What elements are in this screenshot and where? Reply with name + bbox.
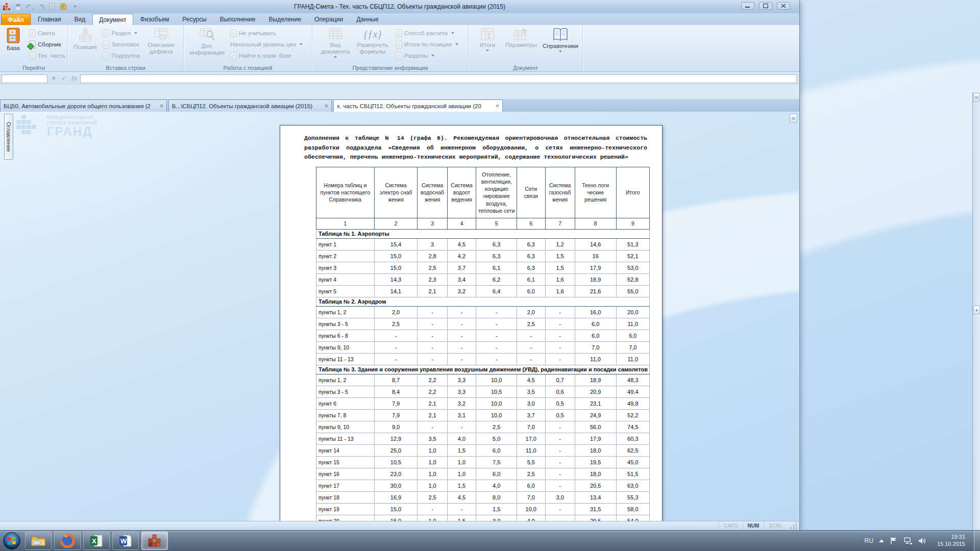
- table-row[interactable]: пункты 11 - 1312,93,54,05,017,0-17,960,3: [316, 433, 650, 444]
- cancel-entry-icon[interactable]: ✕: [50, 74, 58, 83]
- table-row[interactable]: пункты 1, 22,0---2,0-16,020,0: [316, 306, 650, 318]
- ribbon-tab-2[interactable]: Главная: [32, 14, 67, 25]
- tray-expand-icon[interactable]: [879, 539, 884, 542]
- calc-method-button[interactable]: Способ расчета: [394, 29, 460, 38]
- taskbar-clock[interactable]: 19:31 15.10.2015: [937, 534, 965, 548]
- heading-button[interactable]: Заголовок: [101, 40, 141, 49]
- document-tab-3[interactable]: х. часть СБЦП12. Объекты гражданской ави…: [333, 99, 503, 112]
- table-row[interactable]: пункт 1730,01,01,54,06,0-20,563,0: [316, 480, 650, 491]
- table-row[interactable]: пункты 6 - 8------6,06,0: [316, 330, 650, 341]
- table-row[interactable]: пункт 1915,0--1,510,0-31,558,0: [316, 503, 650, 515]
- parameters-button[interactable]: Параметры: [503, 27, 539, 49]
- language-indicator[interactable]: RU: [865, 537, 873, 544]
- table-row[interactable]: пункт 115,434,56,36,31,214,651,3: [316, 238, 650, 250]
- section-button[interactable]: Раздел: [101, 29, 141, 38]
- action-center-flag-icon[interactable]: [890, 537, 898, 545]
- ribbon-tab-10[interactable]: Данные: [350, 14, 384, 25]
- ribbon-tab-4[interactable]: Документ: [92, 14, 133, 25]
- document-tab-1[interactable]: БЦ50. Автомобильные дороги общего пользо…: [0, 99, 167, 112]
- background-scroll-up-button[interactable]: ▲: [973, 306, 980, 314]
- table-row[interactable]: пункт 1510,51,01,07,55,5-19,545,0: [316, 456, 650, 468]
- network-icon[interactable]: [903, 537, 913, 545]
- table-row[interactable]: пункт 215,02,84,26,36,31,51652,1: [316, 250, 650, 262]
- confirm-entry-icon[interactable]: ✓: [60, 74, 68, 83]
- volume-icon[interactable]: [918, 537, 926, 545]
- table-row[interactable]: пункты 3 - 52,5---2,5-6,011,0: [316, 318, 650, 330]
- totals-button[interactable]: Σ Итоги: [474, 27, 501, 53]
- undo-button[interactable]: [25, 3, 34, 11]
- value-cell: 54,0: [616, 515, 649, 521]
- sbornik-button[interactable]: Сборник: [28, 40, 67, 49]
- toc-sidebar-tab[interactable]: Оглавление: [4, 114, 13, 160]
- value-cell: 17,0: [517, 433, 546, 444]
- value-cell: 1,5: [545, 250, 575, 262]
- additional-info-button[interactable]: Доп. информация: [188, 27, 227, 57]
- position-button[interactable]: Позиция: [72, 27, 98, 52]
- table-row[interactable]: пункт 414,32,33,46,26,11,618,952,8: [316, 273, 650, 285]
- taskbar-firefox-button[interactable]: [54, 532, 81, 550]
- value-cell: 4,5: [517, 374, 546, 386]
- help-book-icon[interactable]: [59, 3, 67, 11]
- taskbar-excel-button[interactable]: X: [83, 532, 110, 550]
- base-button[interactable]: База: [3, 27, 23, 53]
- table-row[interactable]: пункты 7, 87,92,13,110,03,70,524,952,2: [316, 409, 650, 421]
- table-row[interactable]: пункт 1425,01,01,56,011,0-18,062,5: [316, 444, 650, 456]
- resize-grip[interactable]: [790, 522, 798, 530]
- ribbon-tab-7[interactable]: Выполнение: [214, 14, 262, 25]
- taskbar-grand-smeta-button[interactable]: [141, 532, 168, 550]
- function-icon[interactable]: ƒx: [70, 74, 78, 83]
- table-row[interactable]: пункт 514,12,13,26,46,01,621,655,0: [316, 285, 650, 297]
- subgroup-button[interactable]: Подгруппа: [101, 51, 141, 60]
- initial-price-level-button[interactable]: Начальный уровень цен: [229, 40, 304, 49]
- ribbon-tab-9[interactable]: Операции: [308, 14, 349, 25]
- document-view-grid-icon: [328, 28, 343, 41]
- ribbon-tab-8[interactable]: Выделение: [263, 14, 308, 25]
- references-button[interactable]: Справочники: [540, 27, 581, 54]
- tech-part-button[interactable]: Тех. часть: [28, 51, 67, 60]
- background-window-button[interactable]: ▤: [973, 93, 980, 102]
- table-row[interactable]: пункт 1816,92,54,58,07,03,013,455,3: [316, 491, 650, 503]
- ribbon-tab-5[interactable]: Физобъем: [134, 14, 176, 25]
- redo-button[interactable]: [36, 3, 45, 11]
- close-button[interactable]: [777, 2, 790, 10]
- tab-close-icon[interactable]: ×: [160, 103, 163, 110]
- row-label-cell: пункты 11 - 13: [316, 353, 375, 365]
- table-row[interactable]: пункт 67,92,13,210,03,00,523,149,8: [316, 397, 650, 409]
- start-button[interactable]: [1, 531, 22, 550]
- ribbon-tab-3[interactable]: Вид: [68, 14, 92, 25]
- value-cell: -: [447, 330, 476, 341]
- table-row[interactable]: пункт 1623,01,01,06,02,5-18,051,5: [316, 468, 650, 480]
- minimize-button[interactable]: [741, 2, 754, 10]
- table-row[interactable]: пункты 3 - 58,42,23,310,53,50,620,949,4: [316, 386, 650, 397]
- formula-input[interactable]: [80, 74, 797, 83]
- ignore-button[interactable]: Не учитывать: [229, 29, 304, 38]
- ribbon-tab-6[interactable]: Ресурсы: [176, 14, 212, 25]
- taskbar-word-button[interactable]: W: [112, 532, 139, 550]
- table-row[interactable]: пункт 2015,01,01,53,04,0-29,554,0: [316, 515, 650, 521]
- table-row[interactable]: пункты 11 - 13------11,011,0: [316, 353, 650, 365]
- table-row[interactable]: пункты 1, 28,72,23,310,04,50,718,948,3: [316, 374, 650, 386]
- taskbar-explorer-button[interactable]: [25, 532, 52, 550]
- defect-description-button[interactable]: Описание дефекта: [145, 27, 178, 56]
- position-totals-button[interactable]: Итоги по позиции: [394, 40, 460, 49]
- table-row[interactable]: пункты 9, 109,0--2,57,0-56,074,5: [316, 421, 650, 433]
- ribbon-tab-1[interactable]: Файл: [1, 14, 31, 25]
- qat-customize-dropdown[interactable]: [70, 3, 79, 11]
- expand-formulas-button[interactable]: {ƒx} Развернуть формулы: [353, 27, 392, 56]
- find-in-base-button[interactable]: Найти в норм. базе: [229, 51, 304, 60]
- page-layout-mini-button[interactable]: ▤: [790, 114, 797, 122]
- table-row[interactable]: пункт 315,02,53,76,16,31,517,953,0: [316, 262, 650, 273]
- name-box[interactable]: [2, 74, 47, 83]
- maximize-button[interactable]: [759, 2, 772, 10]
- smeta-button[interactable]: Смета: [28, 29, 67, 38]
- document-view-button[interactable]: Вид документа: [317, 27, 353, 59]
- document-tab-2[interactable]: Б...\СБЦП12. Объекты гражданской авиации…: [168, 99, 332, 112]
- tab-close-icon[interactable]: ×: [496, 103, 499, 110]
- save-button[interactable]: [14, 3, 22, 11]
- show-desktop-button[interactable]: [974, 531, 980, 551]
- output-form-button[interactable]: [47, 3, 56, 11]
- table-row[interactable]: пункты 9, 10------7,07,0: [316, 341, 650, 353]
- app-icon[interactable]: [3, 3, 11, 11]
- sections-button[interactable]: Разделы: [394, 51, 460, 60]
- tab-close-icon[interactable]: ×: [325, 103, 328, 110]
